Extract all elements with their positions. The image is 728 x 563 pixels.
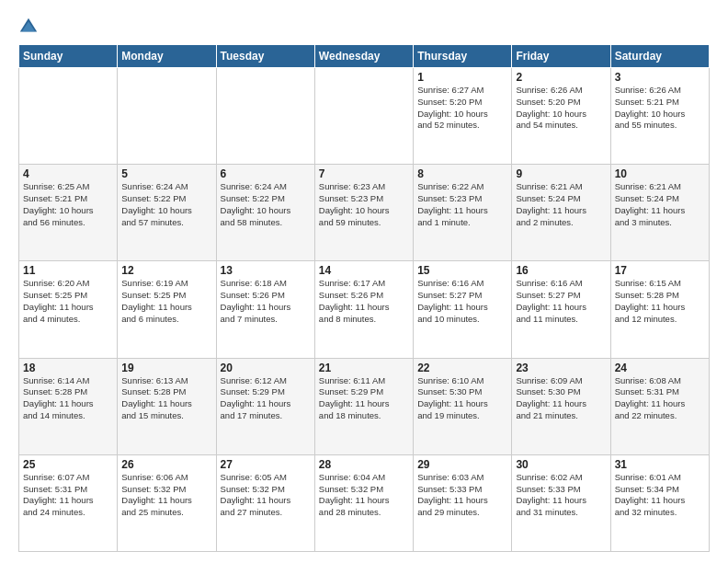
day-info: Sunrise: 6:22 AM Sunset: 5:23 PM Dayligh… [417,181,507,228]
day-info: Sunrise: 6:09 AM Sunset: 5:30 PM Dayligh… [516,375,606,422]
day-number: 1 [417,71,507,84]
day-info: Sunrise: 6:12 AM Sunset: 5:29 PM Dayligh… [221,375,311,422]
day-number: 28 [319,458,409,471]
calendar-cell: 30Sunrise: 6:02 AM Sunset: 5:33 PM Dayli… [512,454,610,551]
calendar-cell: 3Sunrise: 6:26 AM Sunset: 5:21 PM Daylig… [610,68,709,165]
day-info: Sunrise: 6:14 AM Sunset: 5:28 PM Dayligh… [23,375,113,422]
day-number: 22 [417,362,507,374]
day-number: 25 [23,458,113,471]
day-info: Sunrise: 6:01 AM Sunset: 5:34 PM Dayligh… [615,472,705,519]
day-info: Sunrise: 6:07 AM Sunset: 5:31 PM Dayligh… [23,472,113,519]
day-number: 2 [516,71,606,84]
calendar-cell: 19Sunrise: 6:13 AM Sunset: 5:28 PM Dayli… [118,358,216,454]
day-info: Sunrise: 6:17 AM Sunset: 5:26 PM Dayligh… [319,278,409,325]
calendar-cell: 11Sunrise: 6:20 AM Sunset: 5:25 PM Dayli… [19,261,118,358]
calendar-cell: 1Sunrise: 6:27 AM Sunset: 5:20 PM Daylig… [414,68,512,165]
calendar-cell: 21Sunrise: 6:11 AM Sunset: 5:29 PM Dayli… [314,358,413,454]
calendar-cell: 28Sunrise: 6:04 AM Sunset: 5:32 PM Dayli… [314,454,413,551]
day-number: 31 [615,458,705,471]
day-number: 23 [516,362,606,374]
day-number: 21 [319,362,409,374]
calendar-cell [19,68,118,165]
day-number: 10 [615,167,705,180]
calendar-cell: 8Sunrise: 6:22 AM Sunset: 5:23 PM Daylig… [414,165,512,261]
day-number: 7 [319,167,409,180]
calendar-header-wednesday: Wednesday [314,45,413,68]
calendar-cell: 27Sunrise: 6:05 AM Sunset: 5:32 PM Dayli… [216,454,314,551]
calendar-cell: 12Sunrise: 6:19 AM Sunset: 5:25 PM Dayli… [118,261,216,358]
day-number: 29 [417,458,507,471]
calendar-cell: 15Sunrise: 6:16 AM Sunset: 5:27 PM Dayli… [414,261,512,358]
calendar-cell [118,68,216,165]
day-info: Sunrise: 6:11 AM Sunset: 5:29 PM Dayligh… [319,375,409,422]
calendar-cell [314,68,413,165]
day-info: Sunrise: 6:15 AM Sunset: 5:28 PM Dayligh… [615,278,705,325]
logo [18,18,41,37]
calendar-header-sunday: Sunday [19,45,118,68]
day-info: Sunrise: 6:08 AM Sunset: 5:31 PM Dayligh… [615,375,705,422]
calendar-cell: 31Sunrise: 6:01 AM Sunset: 5:34 PM Dayli… [610,454,709,551]
calendar-week-1: 4Sunrise: 6:25 AM Sunset: 5:21 PM Daylig… [19,165,710,261]
day-info: Sunrise: 6:21 AM Sunset: 5:24 PM Dayligh… [516,181,606,228]
day-info: Sunrise: 6:19 AM Sunset: 5:25 PM Dayligh… [121,278,211,325]
day-number: 26 [121,458,211,471]
day-number: 27 [221,458,311,471]
day-info: Sunrise: 6:23 AM Sunset: 5:23 PM Dayligh… [319,181,409,228]
day-number: 18 [23,362,113,374]
calendar-header-row: SundayMondayTuesdayWednesdayThursdayFrid… [19,45,710,68]
day-number: 6 [221,167,311,180]
day-number: 8 [417,167,507,180]
calendar-cell: 29Sunrise: 6:03 AM Sunset: 5:33 PM Dayli… [414,454,512,551]
day-info: Sunrise: 6:18 AM Sunset: 5:26 PM Dayligh… [221,278,311,325]
day-info: Sunrise: 6:16 AM Sunset: 5:27 PM Dayligh… [417,278,507,325]
day-number: 16 [516,264,606,277]
day-number: 13 [221,264,311,277]
calendar-cell: 4Sunrise: 6:25 AM Sunset: 5:21 PM Daylig… [19,165,118,261]
calendar-week-4: 25Sunrise: 6:07 AM Sunset: 5:31 PM Dayli… [19,454,710,551]
calendar-header-thursday: Thursday [414,45,512,68]
day-info: Sunrise: 6:16 AM Sunset: 5:27 PM Dayligh… [516,278,606,325]
calendar-cell: 20Sunrise: 6:12 AM Sunset: 5:29 PM Dayli… [216,358,314,454]
day-info: Sunrise: 6:24 AM Sunset: 5:22 PM Dayligh… [121,181,211,228]
day-number: 11 [23,264,113,277]
calendar-cell: 14Sunrise: 6:17 AM Sunset: 5:26 PM Dayli… [314,261,413,358]
day-info: Sunrise: 6:06 AM Sunset: 5:32 PM Dayligh… [121,472,211,519]
day-info: Sunrise: 6:10 AM Sunset: 5:30 PM Dayligh… [417,375,507,422]
page: SundayMondayTuesdayWednesdayThursdayFrid… [0,0,728,563]
calendar-cell: 9Sunrise: 6:21 AM Sunset: 5:24 PM Daylig… [512,165,610,261]
calendar-header-friday: Friday [512,45,610,68]
day-number: 4 [23,167,113,180]
calendar-cell: 6Sunrise: 6:24 AM Sunset: 5:22 PM Daylig… [216,165,314,261]
day-info: Sunrise: 6:26 AM Sunset: 5:20 PM Dayligh… [516,85,606,132]
calendar-cell: 7Sunrise: 6:23 AM Sunset: 5:23 PM Daylig… [314,165,413,261]
day-info: Sunrise: 6:13 AM Sunset: 5:28 PM Dayligh… [121,375,211,422]
day-info: Sunrise: 6:05 AM Sunset: 5:32 PM Dayligh… [221,472,311,519]
calendar-cell: 26Sunrise: 6:06 AM Sunset: 5:32 PM Dayli… [118,454,216,551]
day-info: Sunrise: 6:27 AM Sunset: 5:20 PM Dayligh… [417,85,507,132]
calendar-cell: 24Sunrise: 6:08 AM Sunset: 5:31 PM Dayli… [610,358,709,454]
day-info: Sunrise: 6:20 AM Sunset: 5:25 PM Dayligh… [23,278,113,325]
day-info: Sunrise: 6:25 AM Sunset: 5:21 PM Dayligh… [23,181,113,228]
day-number: 19 [121,362,211,374]
day-info: Sunrise: 6:24 AM Sunset: 5:22 PM Dayligh… [221,181,311,228]
calendar-header-tuesday: Tuesday [216,45,314,68]
calendar-cell: 22Sunrise: 6:10 AM Sunset: 5:30 PM Dayli… [414,358,512,454]
calendar-header-monday: Monday [118,45,216,68]
calendar-cell: 2Sunrise: 6:26 AM Sunset: 5:20 PM Daylig… [512,68,610,165]
day-info: Sunrise: 6:02 AM Sunset: 5:33 PM Dayligh… [516,472,606,519]
calendar-cell [216,68,314,165]
day-number: 9 [516,167,606,180]
logo-icon [18,17,39,37]
calendar-header-saturday: Saturday [610,45,709,68]
day-number: 14 [319,264,409,277]
day-info: Sunrise: 6:26 AM Sunset: 5:21 PM Dayligh… [615,85,705,132]
day-number: 17 [615,264,705,277]
day-number: 24 [615,362,705,374]
header [18,15,710,37]
day-number: 15 [417,264,507,277]
day-number: 3 [615,71,705,84]
day-number: 12 [121,264,211,277]
calendar-cell: 25Sunrise: 6:07 AM Sunset: 5:31 PM Dayli… [19,454,118,551]
day-info: Sunrise: 6:03 AM Sunset: 5:33 PM Dayligh… [417,472,507,519]
calendar-cell: 16Sunrise: 6:16 AM Sunset: 5:27 PM Dayli… [512,261,610,358]
